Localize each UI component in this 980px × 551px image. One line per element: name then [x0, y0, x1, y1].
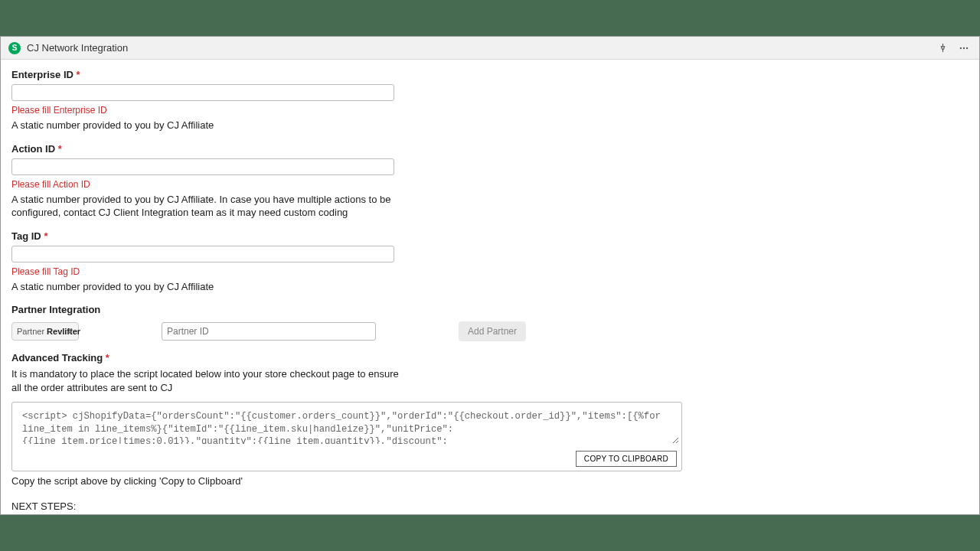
required-asterisk: * [106, 352, 109, 364]
copy-help-text: Copy the script above by clicking 'Copy … [11, 475, 969, 487]
script-textarea[interactable] [16, 406, 679, 444]
action-id-error: Please fill Action ID [11, 179, 969, 190]
app-window: S CJ Network Integration Enterprise ID *… [0, 36, 980, 515]
next-steps-heading: NEXT STEPS: [11, 500, 969, 512]
action-id-label: Action ID * [11, 143, 969, 155]
action-id-input[interactable] [11, 158, 394, 175]
action-id-help: A static number provided to you by CJ Af… [11, 193, 410, 220]
enterprise-id-label: Enterprise ID * [11, 69, 969, 80]
tag-id-error: Please fill Tag ID [11, 266, 969, 277]
partner-id-input[interactable] [162, 322, 376, 341]
copy-to-clipboard-button[interactable]: COPY TO CLIPBOARD [576, 451, 677, 467]
svg-point-2 [966, 47, 968, 48]
advanced-tracking-label: Advanced Tracking * [11, 352, 969, 364]
tag-id-label: Tag ID * [11, 230, 969, 242]
action-id-field: Action ID * Please fill Action ID A stat… [11, 143, 969, 220]
page-title: CJ Network Integration [27, 42, 128, 54]
required-asterisk: * [58, 143, 62, 155]
svg-point-1 [963, 47, 965, 48]
tag-id-input[interactable] [11, 246, 394, 262]
chevron-updown-icon: ⇵ [67, 328, 74, 335]
partner-select-prefix: Partner [17, 327, 44, 336]
more-icon[interactable] [956, 41, 972, 56]
partner-row: Partner Revlifter ⇵ Add Partner [11, 321, 969, 341]
advanced-tracking-help: It is mandatory to place the script loca… [11, 367, 410, 394]
tag-id-help: A static number provided to you by CJ Af… [11, 280, 410, 294]
required-asterisk: * [77, 69, 80, 80]
app-logo-icon: S [8, 42, 21, 54]
required-asterisk: * [44, 230, 47, 242]
enterprise-id-error: Please fill Enterprise ID [11, 105, 969, 116]
partner-integration-label: Partner Integration [11, 304, 969, 315]
content-area: Enterprise ID * Please fill Enterprise I… [1, 60, 979, 515]
field-label-text: Action ID [11, 143, 55, 155]
partner-select-value: Revlifter [47, 327, 80, 336]
app-header: S CJ Network Integration [1, 37, 979, 60]
partner-select[interactable]: Partner Revlifter ⇵ [11, 322, 79, 341]
field-label-text: Enterprise ID [11, 69, 74, 80]
advanced-tracking-field: Advanced Tracking * It is mandatory to p… [11, 352, 969, 515]
tag-id-field: Tag ID * Please fill Tag ID A static num… [11, 230, 969, 294]
svg-point-0 [960, 47, 962, 48]
enterprise-id-help: A static number provided to you by CJ Af… [11, 119, 410, 132]
field-label-text: Advanced Tracking [11, 352, 103, 364]
field-label-text: Tag ID [11, 230, 41, 242]
script-box: COPY TO CLIPBOARD [11, 402, 682, 471]
pin-icon[interactable] [935, 41, 950, 56]
enterprise-id-input[interactable] [11, 84, 394, 101]
partner-integration-field: Partner Integration Partner Revlifter ⇵ … [11, 304, 969, 341]
add-partner-button[interactable]: Add Partner [459, 321, 526, 341]
enterprise-id-field: Enterprise ID * Please fill Enterprise I… [11, 69, 969, 132]
